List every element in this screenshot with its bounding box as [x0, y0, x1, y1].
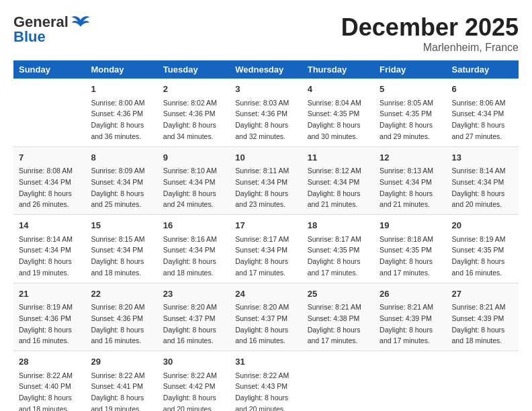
day-number: 11	[308, 151, 369, 165]
sunset-text: Sunset: 4:39 PM	[452, 314, 504, 322]
sunset-text: Sunset: 4:42 PM	[163, 382, 216, 390]
sunset-text: Sunset: 4:34 PM	[163, 246, 216, 254]
day-number: 20	[452, 219, 513, 232]
calendar-cell: 30 Sunrise: 8:22 AM Sunset: 4:42 PM Dayl…	[158, 351, 230, 412]
sunrise-text: Sunrise: 8:22 AM	[235, 371, 289, 379]
day-number: 15	[91, 219, 152, 232]
sunrise-text: Sunrise: 8:19 AM	[452, 235, 506, 243]
calendar-cell: 13 Sunrise: 8:14 AM Sunset: 4:34 PM Dayl…	[447, 146, 519, 215]
sunset-text: Sunset: 4:34 PM	[452, 178, 504, 186]
calendar-cell: 10 Sunrise: 8:11 AM Sunset: 4:34 PM Dayl…	[230, 146, 302, 215]
calendar-cell: 5 Sunrise: 8:05 AM Sunset: 4:35 PM Dayli…	[374, 79, 446, 146]
day-number: 14	[19, 219, 80, 232]
calendar-cell: 28 Sunrise: 8:22 AM Sunset: 4:40 PM Dayl…	[13, 351, 85, 412]
calendar-cell: 8 Sunrise: 8:09 AM Sunset: 4:34 PM Dayli…	[85, 146, 157, 215]
day-number: 25	[308, 287, 369, 301]
sunset-text: Sunset: 4:38 PM	[308, 314, 360, 322]
calendar-cell: 9 Sunrise: 8:10 AM Sunset: 4:34 PM Dayli…	[158, 146, 230, 215]
sunrise-text: Sunrise: 8:04 AM	[308, 99, 361, 107]
day-number: 30	[163, 355, 224, 369]
calendar-week-row: 14 Sunrise: 8:14 AM Sunset: 4:34 PM Dayl…	[13, 215, 519, 283]
sunrise-text: Sunrise: 8:03 AM	[235, 99, 289, 107]
sunset-text: Sunset: 4:36 PM	[19, 314, 71, 322]
daylight-text: Daylight: 8 hours and 16 minutes.	[235, 326, 288, 345]
daylight-text: Daylight: 8 hours and 17 minutes.	[308, 257, 361, 277]
day-number: 21	[19, 287, 80, 301]
calendar-week-row: 1 Sunrise: 8:00 AM Sunset: 4:36 PM Dayli…	[13, 79, 519, 146]
calendar-cell: 22 Sunrise: 8:20 AM Sunset: 4:36 PM Dayl…	[85, 283, 157, 351]
sunrise-text: Sunrise: 8:05 AM	[380, 99, 433, 107]
calendar-cell: 24 Sunrise: 8:20 AM Sunset: 4:37 PM Dayl…	[230, 283, 302, 351]
daylight-text: Daylight: 8 hours and 21 minutes.	[308, 189, 361, 209]
sunrise-text: Sunrise: 8:15 AM	[91, 235, 144, 243]
sunrise-text: Sunrise: 8:21 AM	[380, 303, 433, 311]
day-number: 27	[452, 287, 513, 301]
calendar-cell: 17 Sunrise: 8:17 AM Sunset: 4:34 PM Dayl…	[230, 215, 302, 283]
daylight-text: Daylight: 8 hours and 17 minutes.	[308, 326, 361, 345]
calendar-week-row: 21 Sunrise: 8:19 AM Sunset: 4:36 PM Dayl…	[13, 283, 519, 351]
calendar-cell: 12 Sunrise: 8:13 AM Sunset: 4:34 PM Dayl…	[374, 146, 446, 215]
calendar-header-row: Sunday Monday Tuesday Wednesday Thursday…	[13, 60, 519, 79]
sunset-text: Sunset: 4:36 PM	[235, 109, 287, 118]
sunrise-text: Sunrise: 8:21 AM	[452, 303, 506, 311]
header-saturday: Saturday	[447, 60, 519, 79]
sunset-text: Sunset: 4:36 PM	[163, 109, 216, 118]
calendar-week-row: 7 Sunrise: 8:08 AM Sunset: 4:34 PM Dayli…	[13, 146, 519, 215]
calendar-cell: 25 Sunrise: 8:21 AM Sunset: 4:38 PM Dayl…	[302, 283, 374, 351]
day-number: 8	[91, 151, 152, 165]
logo-bird-icon	[71, 15, 90, 30]
sunset-text: Sunset: 4:34 PM	[163, 178, 216, 186]
sunrise-text: Sunrise: 8:17 AM	[235, 235, 289, 243]
daylight-text: Daylight: 8 hours and 20 minutes.	[452, 189, 505, 209]
calendar-cell: 19 Sunrise: 8:18 AM Sunset: 4:35 PM Dayl…	[374, 215, 446, 283]
calendar-cell: 1 Sunrise: 8:00 AM Sunset: 4:36 PM Dayli…	[85, 79, 157, 146]
sunrise-text: Sunrise: 8:19 AM	[19, 303, 73, 311]
daylight-text: Daylight: 8 hours and 16 minutes.	[452, 257, 505, 277]
sunset-text: Sunset: 4:35 PM	[308, 246, 360, 254]
sunset-text: Sunset: 4:34 PM	[308, 178, 360, 186]
day-number: 7	[19, 151, 80, 165]
header-monday: Monday	[85, 60, 157, 79]
sunset-text: Sunset: 4:43 PM	[235, 382, 287, 390]
sunrise-text: Sunrise: 8:14 AM	[19, 235, 73, 243]
day-number: 23	[163, 287, 224, 301]
daylight-text: Daylight: 8 hours and 26 minutes.	[19, 189, 72, 209]
calendar-cell: 27 Sunrise: 8:21 AM Sunset: 4:39 PM Dayl…	[447, 283, 519, 351]
calendar-cell	[447, 351, 519, 412]
daylight-text: Daylight: 8 hours and 20 minutes.	[163, 394, 216, 411]
calendar-cell: 3 Sunrise: 8:03 AM Sunset: 4:36 PM Dayli…	[230, 79, 302, 146]
daylight-text: Daylight: 8 hours and 30 minutes.	[308, 121, 361, 140]
daylight-text: Daylight: 8 hours and 25 minutes.	[91, 189, 144, 209]
day-number: 29	[91, 355, 152, 369]
calendar-cell: 6 Sunrise: 8:06 AM Sunset: 4:34 PM Dayli…	[447, 79, 519, 146]
sunset-text: Sunset: 4:37 PM	[235, 314, 287, 322]
calendar-cell	[302, 351, 374, 412]
sunrise-text: Sunrise: 8:22 AM	[19, 371, 73, 379]
day-number: 16	[163, 219, 224, 232]
day-number: 28	[19, 355, 80, 369]
day-number: 4	[308, 83, 369, 96]
day-number: 6	[452, 83, 513, 96]
sunrise-text: Sunrise: 8:06 AM	[452, 99, 506, 107]
daylight-text: Daylight: 8 hours and 34 minutes.	[163, 121, 216, 140]
daylight-text: Daylight: 8 hours and 18 minutes.	[19, 394, 72, 411]
day-number: 2	[163, 83, 224, 96]
day-number: 5	[380, 83, 441, 96]
sunrise-text: Sunrise: 8:20 AM	[91, 303, 144, 311]
daylight-text: Daylight: 8 hours and 19 minutes.	[19, 257, 72, 277]
calendar-week-row: 28 Sunrise: 8:22 AM Sunset: 4:40 PM Dayl…	[13, 351, 519, 412]
header-friday: Friday	[374, 60, 446, 79]
daylight-text: Daylight: 8 hours and 16 minutes.	[91, 326, 144, 345]
day-number: 13	[452, 151, 513, 165]
sunrise-text: Sunrise: 8:22 AM	[163, 371, 217, 379]
daylight-text: Daylight: 8 hours and 29 minutes.	[380, 121, 433, 140]
sunrise-text: Sunrise: 8:02 AM	[163, 99, 217, 107]
daylight-text: Daylight: 8 hours and 24 minutes.	[163, 189, 216, 209]
header-wednesday: Wednesday	[230, 60, 302, 79]
sunrise-text: Sunrise: 8:00 AM	[91, 99, 144, 107]
day-number: 24	[235, 287, 296, 301]
header-tuesday: Tuesday	[158, 60, 230, 79]
calendar-cell: 21 Sunrise: 8:19 AM Sunset: 4:36 PM Dayl…	[13, 283, 85, 351]
sunrise-text: Sunrise: 8:12 AM	[308, 167, 361, 175]
sunrise-text: Sunrise: 8:10 AM	[163, 167, 217, 175]
